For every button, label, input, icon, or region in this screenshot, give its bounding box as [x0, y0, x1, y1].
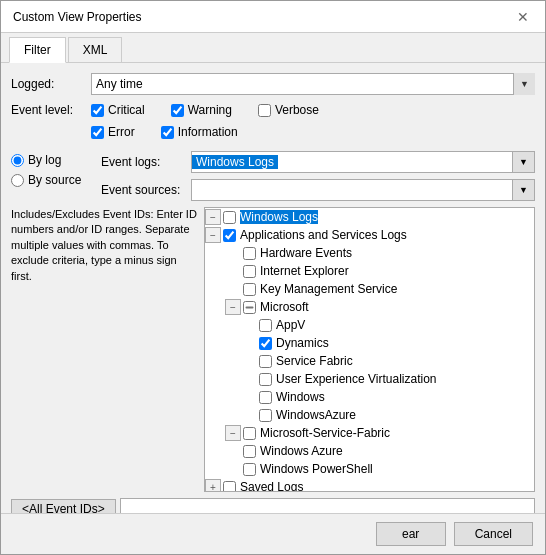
event-logs-selected: Windows Logs	[192, 155, 278, 169]
dialog-title: Custom View Properties	[13, 10, 142, 24]
tree-label: Saved Logs	[240, 480, 303, 492]
event-ids-input[interactable]	[120, 498, 535, 513]
radio-by-source[interactable]: By source	[11, 173, 101, 187]
event-logs-arrow[interactable]: ▼	[512, 152, 534, 172]
tree-panel[interactable]: −Windows Logs−Applications and Services …	[204, 207, 535, 492]
tree-checkbox[interactable]	[259, 355, 272, 368]
logged-label: Logged:	[11, 77, 91, 91]
tree-label: Microsoft	[260, 300, 309, 314]
tree-item[interactable]: Windows PowerShell	[205, 460, 534, 478]
tree-expander[interactable]: −	[225, 425, 241, 441]
tree-label: AppV	[276, 318, 305, 332]
tree-area: Includes/Excludes Event IDs: Enter ID nu…	[11, 207, 535, 492]
checkbox-warning[interactable]: Warning	[171, 103, 232, 117]
tree-expander[interactable]: +	[205, 479, 221, 492]
tree-checkbox[interactable]	[243, 247, 256, 260]
checkbox-verbose[interactable]: Verbose	[258, 103, 319, 117]
radio-by-log[interactable]: By log	[11, 153, 101, 167]
tree-item[interactable]: AppV	[205, 316, 534, 334]
tree-item[interactable]: Windows	[205, 388, 534, 406]
event-level-row: Event level: Critical Warning Verbose	[11, 103, 535, 143]
tree-item[interactable]: Internet Explorer	[205, 262, 534, 280]
tree-item[interactable]: −Microsoft	[205, 298, 534, 316]
tree-item[interactable]: WindowsAzure	[205, 406, 534, 424]
tree-panel-wrapper: Includes/Excludes Event IDs: Enter ID nu…	[11, 207, 535, 492]
tree-expander[interactable]: −	[205, 209, 221, 225]
tree-label: WindowsAzure	[276, 408, 356, 422]
event-level-label: Event level:	[11, 103, 91, 117]
tree-checkbox[interactable]	[223, 229, 236, 242]
tree-checkbox[interactable]	[243, 445, 256, 458]
tree-item[interactable]: Service Fabric	[205, 352, 534, 370]
tree-item[interactable]: Hardware Events	[205, 244, 534, 262]
tree-checkbox[interactable]	[243, 265, 256, 278]
tree-checkbox[interactable]	[243, 301, 256, 314]
tree-checkbox[interactable]	[223, 211, 236, 224]
tree-item[interactable]: Windows Azure	[205, 442, 534, 460]
tab-xml[interactable]: XML	[68, 37, 123, 62]
event-ids-row: <All Event IDs>	[11, 498, 535, 513]
dialog: Custom View Properties ✕ Filter XML Logg…	[0, 0, 546, 555]
event-logs-label: Event logs:	[101, 155, 191, 169]
tree-label: Service Fabric	[276, 354, 353, 368]
tree-checkbox[interactable]	[243, 427, 256, 440]
radio-group: By log By source	[11, 151, 101, 187]
tree-item[interactable]: −Applications and Services Logs	[205, 226, 534, 244]
title-bar: Custom View Properties ✕	[1, 1, 545, 33]
tree-label: Applications and Services Logs	[240, 228, 407, 242]
logged-row: Logged: Any time ▼	[11, 73, 535, 95]
clear-button[interactable]: ear	[376, 522, 446, 546]
tree-label: Internet Explorer	[260, 264, 349, 278]
tab-filter[interactable]: Filter	[9, 37, 66, 63]
tab-bar: Filter XML	[1, 33, 545, 63]
tree-checkbox[interactable]	[243, 283, 256, 296]
tree-checkbox[interactable]	[243, 463, 256, 476]
tree-item[interactable]: Dynamics	[205, 334, 534, 352]
tree-label: Microsoft-Service-Fabric	[260, 426, 390, 440]
all-event-ids-button[interactable]: <All Event IDs>	[11, 499, 116, 513]
tree-label: Windows Logs	[240, 210, 318, 224]
tree-expander[interactable]: −	[225, 299, 241, 315]
event-sources-arrow[interactable]: ▼	[512, 180, 534, 200]
tree-checkbox[interactable]	[259, 391, 272, 404]
tree-checkbox[interactable]	[259, 409, 272, 422]
tree-item[interactable]: Key Management Service	[205, 280, 534, 298]
tree-checkbox[interactable]	[259, 373, 272, 386]
tree-label: Key Management Service	[260, 282, 397, 296]
includes-text: Includes/Excludes Event IDs: Enter ID nu…	[11, 207, 204, 492]
log-dropdowns: Event logs: Windows Logs ▼ Event sources…	[101, 151, 535, 201]
tree-item[interactable]: −Microsoft-Service-Fabric	[205, 424, 534, 442]
close-button[interactable]: ✕	[513, 7, 533, 27]
checkbox-information[interactable]: Information	[161, 125, 238, 139]
log-source-section: By log By source Event logs: Windows Log…	[11, 151, 535, 201]
event-sources-label: Event sources:	[101, 183, 191, 197]
event-logs-dropdown[interactable]: Windows Logs ▼	[191, 151, 535, 173]
tree-list: −Windows Logs−Applications and Services …	[205, 208, 534, 492]
checkbox-critical[interactable]: Critical	[91, 103, 145, 117]
tree-checkbox[interactable]	[259, 319, 272, 332]
tree-item[interactable]: +Saved Logs	[205, 478, 534, 492]
tree-label: Dynamics	[276, 336, 329, 350]
tree-item[interactable]: User Experience Virtualization	[205, 370, 534, 388]
tree-checkbox[interactable]	[223, 481, 236, 493]
tree-label: User Experience Virtualization	[276, 372, 437, 386]
logged-select[interactable]: Any time	[91, 73, 535, 95]
tree-label: Windows Azure	[260, 444, 343, 458]
tree-label: Windows PowerShell	[260, 462, 373, 476]
event-logs-row: Event logs: Windows Logs ▼	[101, 151, 535, 173]
footer: ear Cancel	[1, 513, 545, 554]
tree-checkbox[interactable]	[259, 337, 272, 350]
event-sources-row: Event sources: ▼	[101, 179, 535, 201]
tree-container: Includes/Excludes Event IDs: Enter ID nu…	[11, 207, 535, 492]
tree-item[interactable]: −Windows Logs	[205, 208, 534, 226]
checkbox-error[interactable]: Error	[91, 125, 135, 139]
tree-label: Windows	[276, 390, 325, 404]
tree-label: Hardware Events	[260, 246, 352, 260]
cancel-button[interactable]: Cancel	[454, 522, 533, 546]
tree-expander[interactable]: −	[205, 227, 221, 243]
event-sources-dropdown[interactable]: ▼	[191, 179, 535, 201]
